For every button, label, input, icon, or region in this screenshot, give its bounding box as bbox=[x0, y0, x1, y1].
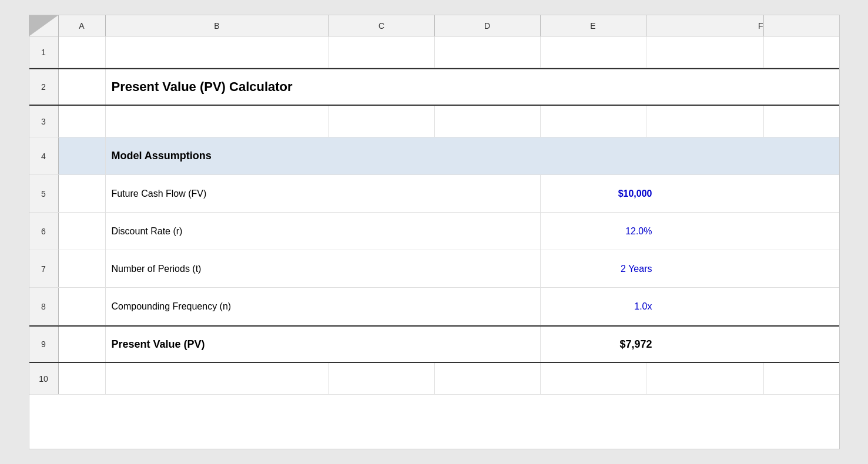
row-num-2: 2 bbox=[29, 69, 59, 105]
cell-10b[interactable] bbox=[106, 363, 329, 394]
cell-10c[interactable] bbox=[329, 363, 435, 394]
column-headers: A B C D E F bbox=[29, 15, 839, 36]
cell-4a[interactable] bbox=[59, 137, 106, 174]
row-6: 6 Discount Rate (r) 12.0% bbox=[29, 213, 839, 250]
col-header-b: B bbox=[106, 15, 329, 36]
cell-9-label[interactable]: Present Value (PV) bbox=[106, 327, 541, 362]
cell-7-label[interactable]: Number of Periods (t) bbox=[106, 250, 541, 287]
row-num-6: 6 bbox=[29, 213, 59, 250]
row-5: 5 Future Cash Flow (FV) $10,000 bbox=[29, 175, 839, 213]
cell-1c[interactable] bbox=[329, 36, 435, 68]
row-4: 4 Model Assumptions bbox=[29, 137, 839, 175]
cell-section-header[interactable]: Model Assumptions bbox=[106, 137, 658, 174]
col-header-c: C bbox=[329, 15, 435, 36]
cell-7a[interactable] bbox=[59, 250, 106, 287]
row-3: 3 bbox=[29, 106, 839, 137]
cell-8-value[interactable]: 1.0x bbox=[541, 288, 658, 325]
col-header-f: F bbox=[646, 15, 764, 36]
cell-8-label[interactable]: Compounding Frequency (n) bbox=[106, 288, 541, 325]
cell-3e[interactable] bbox=[541, 106, 646, 137]
spreadsheet: A B C D E F 1 2 Present Value (PV) Calcu… bbox=[29, 15, 840, 449]
cell-6a[interactable] bbox=[59, 213, 106, 250]
row-10: 10 bbox=[29, 363, 839, 395]
cell-10d[interactable] bbox=[435, 363, 541, 394]
row-8: 8 Compounding Frequency (n) 1.0x bbox=[29, 288, 839, 325]
cell-title[interactable]: Present Value (PV) Calculator bbox=[106, 69, 658, 105]
row-1: 1 bbox=[29, 36, 839, 68]
cell-1e[interactable] bbox=[541, 36, 646, 68]
row-num-4: 4 bbox=[29, 137, 59, 174]
col-header-e: E bbox=[541, 15, 646, 36]
row-num-5: 5 bbox=[29, 175, 59, 212]
cell-1d[interactable] bbox=[435, 36, 541, 68]
cell-7-value[interactable]: 2 Years bbox=[541, 250, 658, 287]
col-header-d: D bbox=[435, 15, 541, 36]
cell-3b[interactable] bbox=[106, 106, 329, 137]
cell-1f[interactable] bbox=[646, 36, 764, 68]
cell-5a[interactable] bbox=[59, 175, 106, 212]
cell-10f[interactable] bbox=[646, 363, 764, 394]
cell-2a[interactable] bbox=[59, 69, 106, 105]
cell-1a[interactable] bbox=[59, 36, 106, 68]
cell-3a[interactable] bbox=[59, 106, 106, 137]
cell-5-value[interactable]: $10,000 bbox=[541, 175, 658, 212]
cell-1b[interactable] bbox=[106, 36, 329, 68]
row-9: 9 Present Value (PV) $7,972 bbox=[29, 325, 839, 363]
cell-8a[interactable] bbox=[59, 288, 106, 325]
cell-6-value[interactable]: 12.0% bbox=[541, 213, 658, 250]
row-num-7: 7 bbox=[29, 250, 59, 287]
row-num-10: 10 bbox=[29, 363, 59, 394]
cell-6-label[interactable]: Discount Rate (r) bbox=[106, 213, 541, 250]
row-num-3: 3 bbox=[29, 106, 59, 137]
cell-3d[interactable] bbox=[435, 106, 541, 137]
cell-9a[interactable] bbox=[59, 327, 106, 362]
cell-3c[interactable] bbox=[329, 106, 435, 137]
cell-10a[interactable] bbox=[59, 363, 106, 394]
cell-5-label[interactable]: Future Cash Flow (FV) bbox=[106, 175, 541, 212]
cell-3f[interactable] bbox=[646, 106, 764, 137]
cell-10e[interactable] bbox=[541, 363, 646, 394]
row-num-8: 8 bbox=[29, 288, 59, 325]
row-num-9: 9 bbox=[29, 327, 59, 362]
row-num-1: 1 bbox=[29, 36, 59, 68]
corner-cell bbox=[29, 15, 59, 36]
rows-area: 1 2 Present Value (PV) Calculator 3 4 bbox=[29, 36, 839, 449]
row-7: 7 Number of Periods (t) 2 Years bbox=[29, 250, 839, 288]
col-header-a: A bbox=[59, 15, 106, 36]
cell-9-value[interactable]: $7,972 bbox=[541, 327, 658, 362]
row-2: 2 Present Value (PV) Calculator bbox=[29, 68, 839, 106]
